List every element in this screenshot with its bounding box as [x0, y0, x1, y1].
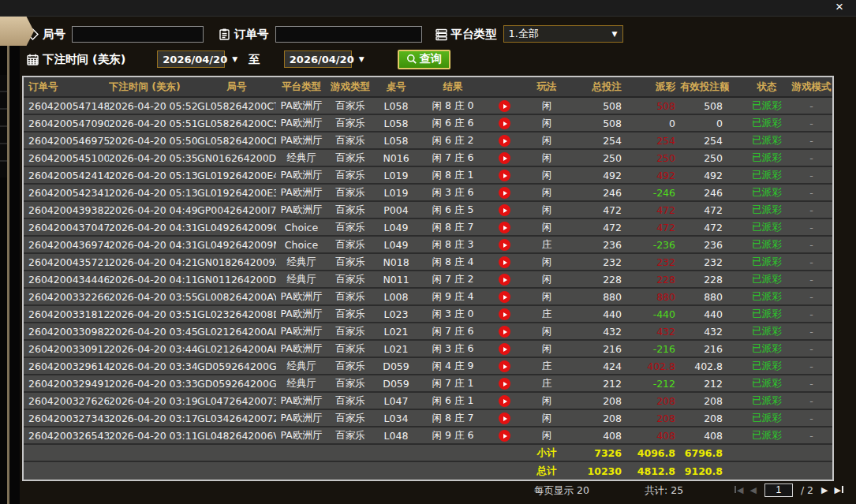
replay-button[interactable]: [499, 413, 510, 424]
cell-valid_bet: 408: [680, 430, 743, 442]
col-header-result: 结果: [418, 80, 488, 94]
cell-result: 闲 8 庄 0: [418, 99, 488, 113]
cell-valid_bet: 472: [680, 222, 743, 233]
prev-page-icon[interactable]: ◀: [746, 483, 759, 497]
cell-game_no: GL03426420072: [197, 413, 276, 424]
platform-type-value: 1.全部: [509, 27, 539, 41]
cell-time: 2026-04-20 04:49:48: [109, 204, 197, 216]
subtotal-row: 小计73264096.86796.8: [24, 445, 832, 462]
replay-button[interactable]: [499, 239, 510, 251]
close-icon[interactable]: ×: [832, 0, 847, 14]
replay-button[interactable]: [499, 395, 510, 407]
cell-valid_bet: 246: [680, 187, 743, 199]
cell-mode: -: [791, 170, 832, 181]
date-from-select[interactable]: 2026/04/20 ▼: [157, 50, 225, 68]
cell-mode: -: [791, 100, 832, 112]
play-icon: [503, 191, 507, 196]
game-no-input[interactable]: [72, 26, 204, 43]
table-row: 2604200547090212026-04-20 05:51:55GL0582…: [24, 115, 832, 133]
replay-button[interactable]: [499, 118, 510, 129]
cell-total_bet: 212: [573, 378, 633, 390]
cell-game_type: 百家乐: [327, 221, 374, 234]
cell-time: 2026-04-20 04:31:51: [109, 222, 197, 233]
cell-total_bet: 228: [573, 274, 633, 286]
cell-play: [488, 169, 521, 181]
date-from-value: 2026/04/20: [163, 54, 227, 65]
cell-mode: -: [791, 239, 832, 251]
replay-button[interactable]: [499, 326, 510, 338]
col-header-payout: 派彩: [633, 80, 680, 94]
next-page-icon[interactable]: ▶: [818, 483, 831, 497]
replay-button[interactable]: [499, 204, 510, 216]
cell-play_type: 庄: [521, 308, 573, 321]
page-number-input[interactable]: [764, 483, 793, 497]
platform-type-select[interactable]: 1.全部 ▼: [503, 25, 623, 43]
cell-game_no: GL0482642006V: [197, 430, 276, 442]
cell-status: 已派彩: [743, 256, 791, 269]
platform-type-label: 平台类型: [451, 27, 497, 42]
cell-game_no: GL0492642009N: [197, 239, 276, 251]
cell-platform: PA欧洲厅: [276, 290, 327, 304]
background-divider: [7, 44, 9, 504]
cell-platform: 经典厅: [276, 151, 327, 165]
cell-result: 闲 6 庄 6: [418, 117, 488, 130]
date-to-select[interactable]: 2026/04/20 ▼: [284, 50, 352, 68]
replay-button[interactable]: [499, 170, 510, 181]
last-page-icon[interactable]: ▶: [832, 483, 847, 497]
cell-platform: 经典厅: [276, 360, 327, 373]
replay-button[interactable]: [499, 343, 510, 355]
replay-button[interactable]: [499, 378, 510, 390]
cell-valid_bet: 402.8: [680, 360, 743, 372]
replay-button[interactable]: [499, 430, 510, 442]
replay-button[interactable]: [499, 274, 510, 286]
cell-play: [488, 186, 521, 199]
replay-button[interactable]: [499, 135, 510, 147]
cell-play: [488, 360, 521, 372]
search-button[interactable]: 查询: [398, 50, 450, 69]
order-no-input[interactable]: [275, 26, 422, 43]
cell-table_no: D059: [374, 378, 418, 390]
cell-mode: -: [791, 187, 832, 199]
cell-result: 闲 3 庄 0: [418, 308, 488, 321]
cell-mode: -: [791, 413, 832, 424]
replay-button[interactable]: [499, 152, 510, 164]
filter-bar: 局号 订单号 平台类型 1.全部 ▼: [20, 17, 856, 69]
cell-play_type: 闲: [521, 394, 573, 408]
replay-button[interactable]: [499, 291, 510, 303]
cell-mode: -: [791, 291, 832, 303]
cell-result: 闲 8 庄 1: [418, 169, 488, 182]
replay-button[interactable]: [499, 256, 510, 268]
cell-payout: -216: [633, 343, 680, 355]
cell-total_bet: 236: [573, 239, 633, 251]
replay-button[interactable]: [499, 360, 510, 372]
table-row: 2604200330982342026-04-20 03:45:15GL0212…: [24, 323, 832, 341]
cell-play_type: 闲: [521, 117, 573, 130]
cell-play_type: 闲: [521, 221, 573, 234]
play-icon: [503, 104, 507, 109]
cell-total_bet: 508: [573, 100, 633, 112]
cell-order: 260420043572184: [24, 256, 109, 268]
cell-result: 闲 6 庄 5: [418, 203, 488, 217]
replay-button[interactable]: [499, 100, 510, 112]
cell-play_type: 闲: [521, 342, 573, 356]
cell-payout: 254: [633, 135, 680, 147]
replay-button[interactable]: [499, 308, 510, 320]
cell-game_type: 百家乐: [327, 238, 374, 252]
cell-table_no: L034: [374, 413, 418, 424]
cell-payout: 208: [633, 395, 680, 407]
table-footer: 每页显示 20 共计: 25 ◀ ◀ / 2 ▶ ▶: [20, 481, 856, 499]
table-row: 2604200332266092026-04-20 03:55:06GL0082…: [24, 289, 832, 306]
bet-time-label: 下注时间 (美东): [43, 52, 125, 67]
replay-button[interactable]: [499, 187, 510, 199]
order-no-label: 订单号: [234, 27, 269, 42]
cell-total_bet: 250: [573, 152, 633, 164]
table-row: 2604200547148092026-04-20 05:52:21GL0582…: [24, 98, 832, 115]
cell-play: [488, 342, 521, 355]
first-page-icon[interactable]: ◀: [731, 483, 746, 497]
cell-total_bet: 216: [573, 343, 633, 355]
cell-time: 2026-04-20 04:11:56: [109, 274, 197, 286]
cell-status: 已派彩: [743, 412, 791, 425]
cell-valid_bet: 216: [680, 343, 743, 355]
table-row: 2604200546975692026-04-20 05:50:56GL0582…: [24, 133, 832, 150]
replay-button[interactable]: [499, 222, 510, 233]
